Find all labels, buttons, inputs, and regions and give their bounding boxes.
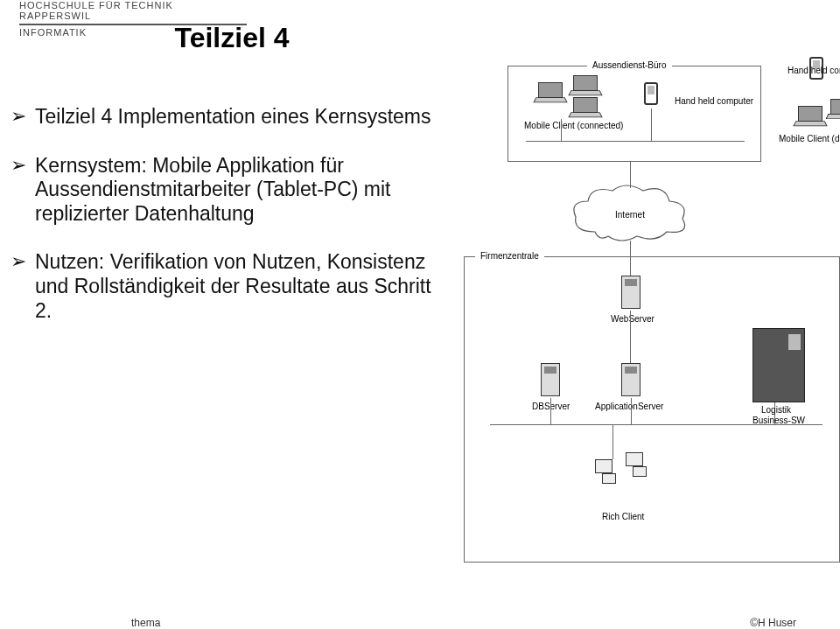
footer-left: thema [131,617,160,629]
server-icon [621,276,640,309]
connector-line [651,108,652,141]
internet-label: Internet [569,210,691,220]
handheld-label: Hand held computer [675,96,753,106]
bullet-item: ➢ Teilziel 4 Implementation eines Kernsy… [10,105,448,129]
logistik-label-2: Business-SW [752,416,805,425]
laptop-icon [827,99,840,120]
pc-icon [595,459,620,484]
bullet-item: ➢ Kernsystem: Mobile Applikation für Aus… [10,154,448,227]
pc-icon [626,452,650,477]
firmenzentrale-label: Firmenzentrale [475,251,544,261]
server-icon [541,363,560,396]
bullet-list: ➢ Teilziel 4 Implementation eines Kernsy… [10,105,448,347]
logistik-label-1: Logistik [761,405,791,415]
network-diagram: Aussendienst-Büro Mobile Client (connect… [464,66,840,591]
bullet-marker-icon: ➢ [10,250,35,273]
bullet-marker-icon: ➢ [10,105,35,128]
connector-line [630,311,631,367]
bullet-text: Nutzen: Verifikation von Nutzen, Konsist… [35,250,448,323]
handheld-icon [644,82,658,105]
laptop-icon [570,97,599,118]
handheld2-label: Hand held computer [788,66,840,75]
header-line-2: RAPPERSWIL [19,10,247,21]
connector-line [612,424,613,459]
connector-line [526,141,745,142]
bullet-marker-icon: ➢ [10,154,35,177]
slide-title: Teilziel 4 [0,22,464,54]
bullet-text: Teilziel 4 Implementation eines Kernsyst… [35,105,448,129]
laptop-icon [794,106,824,127]
aussendienst-label: Aussendienst-Büro [587,60,672,70]
webserver-label: WebServer [611,314,654,324]
connector-line [630,162,631,188]
laptop-icon [570,75,599,96]
connector-line [561,119,562,141]
server-icon [621,363,640,396]
connector-line [550,398,551,424]
mainframe-icon [752,328,805,402]
connector-line [631,398,632,424]
internet-cloud: Internet [569,184,691,245]
mobile-disconn-label: Mobile Client (disconne [779,134,840,143]
bullet-text: Kernsystem: Mobile Applikation für Ausse… [35,154,448,227]
richclient-label: Rich Client [602,512,644,521]
laptop-icon [535,82,564,103]
connector-line [630,241,631,276]
mobile-connected-label: Mobile Client (connected) [524,121,623,130]
appserver-label: ApplicationServer [595,402,663,411]
footer-right: ©H Huser [750,617,796,629]
header-line-1: HOCHSCHULE FÜR TECHNIK [19,0,247,10]
bullet-item: ➢ Nutzen: Verifikation von Nutzen, Konsi… [10,250,448,323]
aussendienst-box: Aussendienst-Büro Mobile Client (connect… [508,66,761,162]
